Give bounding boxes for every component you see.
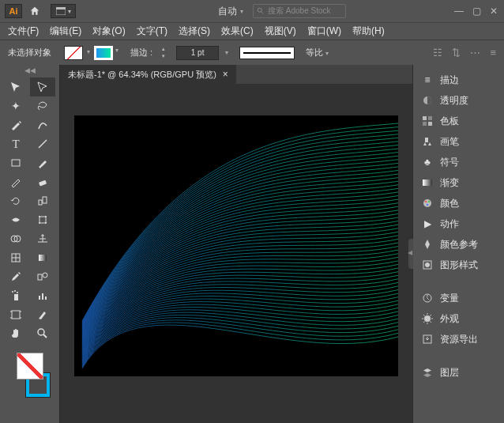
workspace-switcher[interactable]: 自动 bbox=[218, 5, 243, 18]
graph-tool[interactable] bbox=[30, 286, 55, 305]
stroke-weight-down[interactable]: ▾ bbox=[159, 53, 168, 60]
tab-close-button[interactable]: × bbox=[223, 69, 228, 80]
gradient-tool[interactable] bbox=[30, 248, 55, 267]
type-tool[interactable]: T bbox=[3, 134, 28, 153]
appearance-icon bbox=[421, 312, 434, 325]
panel-asset-export[interactable]: 资源导出 bbox=[413, 329, 504, 349]
brush-tool[interactable] bbox=[30, 153, 55, 172]
svg-point-24 bbox=[14, 290, 16, 292]
artboard bbox=[74, 115, 398, 376]
panel-dock: ≡描边 透明度 色板 画笔 ♣符号 渐变 颜色 ▶动作 颜色参考 图形样式 变量… bbox=[412, 65, 504, 423]
zoom-tool[interactable] bbox=[30, 324, 55, 343]
home-button[interactable] bbox=[25, 3, 44, 19]
menu-view[interactable]: 视图(V) bbox=[260, 25, 301, 38]
stroke-weight-dropdown[interactable]: ▾ bbox=[225, 49, 228, 56]
fill-indicator[interactable] bbox=[17, 353, 43, 380]
workspace-label: 自动 bbox=[218, 5, 237, 18]
pen-tool[interactable] bbox=[3, 115, 28, 134]
fill-swatch-dropdown[interactable] bbox=[64, 46, 83, 60]
selection-tool[interactable] bbox=[3, 77, 28, 96]
stroke-weight-up[interactable]: ▴ bbox=[159, 46, 168, 53]
perspective-tool[interactable] bbox=[30, 229, 55, 248]
svg-point-21 bbox=[43, 273, 47, 278]
profile-scale-dropdown[interactable]: 等比 bbox=[306, 47, 329, 59]
slice-tool[interactable] bbox=[30, 305, 55, 324]
panel-swatches[interactable]: 色板 bbox=[413, 111, 504, 131]
free-transform-tool[interactable] bbox=[30, 210, 55, 229]
maximize-button[interactable]: ▢ bbox=[471, 6, 482, 17]
line-tool[interactable] bbox=[30, 134, 55, 153]
width-tool[interactable] bbox=[3, 210, 28, 229]
search-placeholder: 搜索 Adobe Stock bbox=[268, 6, 330, 17]
svg-rect-1 bbox=[56, 7, 66, 9]
shape-builder-tool[interactable] bbox=[3, 229, 28, 248]
panel-menu-icon[interactable]: ≡ bbox=[490, 47, 496, 59]
panel-graphic-styles[interactable]: 图形样式 bbox=[413, 255, 504, 275]
panel-symbols[interactable]: ♣符号 bbox=[413, 152, 504, 172]
search-icon bbox=[257, 7, 265, 15]
svg-rect-22 bbox=[14, 294, 18, 300]
pencil-tool[interactable] bbox=[3, 172, 28, 191]
hand-tool[interactable] bbox=[3, 324, 28, 343]
panel-appearance[interactable]: 外观 bbox=[413, 308, 504, 329]
panel-transparency[interactable]: 透明度 bbox=[413, 90, 504, 111]
panel-layers[interactable]: 图层 bbox=[413, 362, 504, 383]
canvas[interactable] bbox=[60, 84, 412, 423]
preferences-icon[interactable]: ⋯ bbox=[470, 47, 480, 59]
menu-window[interactable]: 窗口(W) bbox=[303, 25, 346, 38]
fill-stroke-indicator[interactable] bbox=[0, 349, 59, 400]
svg-rect-6 bbox=[38, 180, 46, 187]
direct-selection-tool[interactable] bbox=[30, 77, 55, 96]
menu-help[interactable]: 帮助(H) bbox=[348, 25, 389, 38]
layers-icon bbox=[421, 366, 434, 379]
panel-stroke[interactable]: ≡描边 bbox=[413, 70, 504, 90]
menu-file[interactable]: 文件(F) bbox=[3, 25, 43, 38]
panel-gradient[interactable]: 渐变 bbox=[413, 172, 504, 193]
transform-icon[interactable]: ⇅ bbox=[452, 47, 461, 59]
panel-variables[interactable]: 变量 bbox=[413, 288, 504, 308]
svg-rect-5 bbox=[12, 160, 20, 166]
scale-tool[interactable] bbox=[30, 191, 55, 210]
eraser-tool[interactable] bbox=[30, 172, 55, 191]
menu-object[interactable]: 对象(O) bbox=[88, 25, 130, 38]
stroke-profile-dropdown[interactable] bbox=[239, 47, 295, 59]
svg-point-23 bbox=[12, 291, 13, 293]
close-window-button[interactable]: ✕ bbox=[488, 6, 499, 17]
blend-tool[interactable] bbox=[30, 267, 55, 286]
panel-color-guide[interactable]: 颜色参考 bbox=[413, 234, 504, 255]
lasso-tool[interactable] bbox=[30, 96, 55, 115]
menu-type[interactable]: 文字(T) bbox=[132, 25, 172, 38]
panel-actions[interactable]: ▶动作 bbox=[413, 213, 504, 234]
stroke-icon: ≡ bbox=[421, 74, 434, 86]
title-bar: Ai 自动 搜索 Adobe Stock — ▢ ✕ bbox=[0, 0, 504, 22]
symbol-sprayer-tool[interactable] bbox=[3, 286, 28, 305]
menu-edit[interactable]: 编辑(E) bbox=[45, 25, 86, 38]
minimize-button[interactable]: — bbox=[453, 6, 465, 17]
svg-point-13 bbox=[45, 222, 47, 224]
menu-effect[interactable]: 效果(C) bbox=[216, 25, 258, 38]
svg-point-38 bbox=[423, 199, 431, 207]
menu-select[interactable]: 选择(S) bbox=[174, 25, 215, 38]
stock-search-input[interactable]: 搜索 Adobe Stock bbox=[253, 4, 346, 18]
panel-expand-grip[interactable] bbox=[408, 239, 413, 269]
stroke-swatch-dropdown[interactable] bbox=[94, 46, 113, 60]
panel-label: 图层 bbox=[440, 366, 459, 380]
rectangle-tool[interactable] bbox=[3, 153, 28, 172]
document-tab[interactable]: 未标题-1* @ 64.34% (RGB/GPU 预览) × bbox=[60, 65, 236, 84]
rotate-tool[interactable] bbox=[3, 191, 28, 210]
svg-rect-26 bbox=[39, 296, 40, 300]
panel-label: 描边 bbox=[440, 74, 459, 87]
panel-color[interactable]: 颜色 bbox=[413, 193, 504, 213]
magic-wand-tool[interactable]: ✦ bbox=[3, 96, 28, 115]
panel-label: 外观 bbox=[440, 312, 459, 326]
tools-collapse[interactable]: ◀◀ bbox=[0, 65, 59, 76]
artboard-tool[interactable] bbox=[3, 305, 28, 324]
panel-brushes[interactable]: 画笔 bbox=[413, 131, 504, 152]
eyedropper-tool[interactable] bbox=[3, 267, 28, 286]
stroke-weight-input[interactable]: 1 pt bbox=[176, 46, 219, 60]
curvature-tool[interactable] bbox=[30, 115, 55, 134]
arrange-icon bbox=[56, 7, 66, 15]
mesh-tool[interactable] bbox=[3, 248, 28, 267]
document-arrange-dropdown[interactable] bbox=[51, 4, 76, 18]
align-icon[interactable]: ☷ bbox=[433, 47, 442, 59]
